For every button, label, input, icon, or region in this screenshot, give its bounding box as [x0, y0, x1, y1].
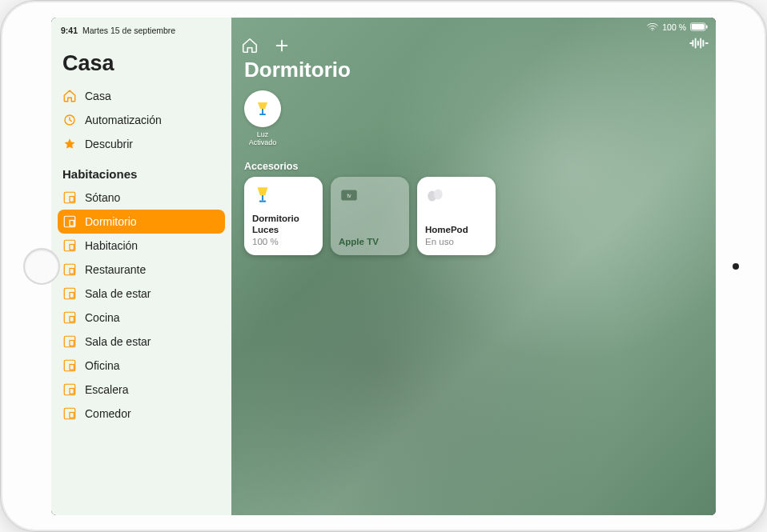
- ipad-frame: 9:41 Martes 15 de septiembre Casa Casa A…: [0, 0, 767, 532]
- svg-rect-14: [70, 340, 74, 346]
- room-icon: [62, 238, 77, 253]
- battery-text: 100 %: [662, 22, 686, 32]
- tile-sub: En uso: [425, 236, 488, 247]
- svg-rect-25: [262, 109, 263, 114]
- room-icon: [62, 190, 77, 205]
- add-icon[interactable]: [273, 37, 291, 54]
- sidebar-room-item[interactable]: Escalera: [51, 378, 231, 402]
- rooms-section-label: Habitaciones: [51, 156, 231, 186]
- light-icon: [252, 185, 273, 206]
- sidebar-room-item[interactable]: Sala de estar: [51, 330, 231, 354]
- room-label: Habitación: [85, 239, 138, 252]
- app-title: Casa: [51, 45, 231, 84]
- sidebar-room-item[interactable]: Cocina: [51, 306, 231, 330]
- sidebar: 9:41 Martes 15 de septiembre Casa Casa A…: [51, 18, 231, 515]
- room-label: Oficina: [85, 359, 120, 372]
- accessory-tile-light[interactable]: Dormitorio Luces100 %: [244, 177, 323, 255]
- screen: 9:41 Martes 15 de septiembre Casa Casa A…: [51, 18, 716, 515]
- home-button[interactable]: [23, 248, 60, 285]
- room-icon: [62, 214, 77, 229]
- sidebar-room-item[interactable]: Habitación: [51, 234, 231, 258]
- room-title: Dormitorio: [231, 56, 716, 90]
- room-label: Restaurante: [85, 263, 146, 276]
- room-label: Escalera: [85, 383, 128, 396]
- status-bar-right: 100 %: [231, 18, 716, 32]
- tile-name: Apple TV: [339, 236, 401, 247]
- room-icon: [62, 262, 77, 277]
- tile-sub: 100 %: [252, 236, 315, 247]
- homepod-icon: [425, 185, 446, 206]
- tile-text: HomePodEn uso: [425, 224, 488, 247]
- room-label: Dormitorio: [85, 215, 137, 228]
- toolbar: [231, 32, 716, 56]
- scene-label: LuzActivado: [249, 130, 277, 147]
- svg-point-32: [434, 190, 443, 200]
- room-icon: [62, 334, 77, 349]
- svg-rect-2: [70, 196, 74, 202]
- tile-name: Dormitorio Luces: [252, 213, 315, 236]
- room-icon: [62, 406, 77, 421]
- svg-text:tv: tv: [347, 193, 351, 198]
- sidebar-room-item[interactable]: Oficina: [51, 354, 231, 378]
- star-icon: [62, 137, 77, 151]
- home-icon[interactable]: [241, 37, 259, 54]
- accessory-tile-appletv[interactable]: tvApple TV: [331, 177, 409, 255]
- svg-rect-12: [70, 316, 74, 322]
- room-label: Sótano: [85, 191, 120, 204]
- room-label: Cocina: [85, 311, 120, 324]
- sidebar-item-discover[interactable]: Descubrir: [51, 132, 231, 156]
- main-content: 100 % Dormitorio: [231, 18, 716, 515]
- wifi-icon: [647, 23, 658, 31]
- svg-rect-20: [70, 412, 74, 418]
- status-date: Martes 15 de septiembre: [82, 26, 175, 35]
- appletv-icon: tv: [339, 185, 359, 206]
- svg-rect-4: [70, 220, 74, 226]
- room-label: Sala de estar: [85, 335, 151, 348]
- status-bar-left: 9:41 Martes 15 de septiembre: [51, 22, 231, 45]
- sidebar-item-label: Casa: [85, 90, 111, 102]
- room-icon: [62, 382, 77, 397]
- sidebar-item-label: Descubrir: [85, 138, 133, 150]
- battery-icon: [690, 22, 708, 31]
- tile-text: Apple TV: [339, 236, 401, 247]
- sidebar-item-home[interactable]: Casa: [51, 84, 231, 108]
- svg-rect-8: [70, 268, 74, 274]
- accessory-tile-homepod[interactable]: HomePodEn uso: [417, 177, 496, 255]
- sidebar-item-label: Automatización: [85, 114, 162, 126]
- svg-rect-26: [259, 114, 266, 115]
- lamp-icon: [253, 99, 272, 118]
- room-label: Sala de estar: [85, 287, 151, 300]
- sidebar-room-item[interactable]: Restaurante: [51, 258, 231, 282]
- scene-button-light[interactable]: LuzActivado: [244, 90, 281, 147]
- sidebar-room-item[interactable]: Comedor: [51, 402, 231, 426]
- svg-rect-10: [70, 292, 74, 298]
- sidebar-room-item[interactable]: Sótano: [51, 186, 231, 210]
- room-icon: [62, 286, 77, 301]
- svg-rect-27: [262, 195, 263, 201]
- svg-point-21: [652, 29, 653, 30]
- sidebar-room-item[interactable]: Sala de estar: [51, 282, 231, 306]
- room-label: Comedor: [85, 407, 131, 420]
- svg-rect-23: [692, 24, 705, 30]
- sidebar-room-item[interactable]: Dormitorio: [58, 210, 225, 234]
- room-icon: [62, 310, 77, 325]
- svg-rect-18: [70, 388, 74, 394]
- status-time: 9:41: [61, 26, 78, 35]
- tile-name: HomePod: [425, 224, 488, 235]
- intercom-icon[interactable]: [689, 37, 706, 54]
- accessories-label: Accesorios: [231, 146, 716, 177]
- home-outline-icon: [62, 89, 77, 103]
- scene-circle: [244, 90, 281, 127]
- room-icon: [62, 358, 77, 373]
- clock-icon: [62, 113, 77, 127]
- tile-text: Dormitorio Luces100 %: [252, 213, 315, 247]
- svg-rect-24: [706, 25, 708, 28]
- front-camera: [733, 263, 739, 270]
- svg-rect-28: [259, 201, 267, 202]
- svg-rect-6: [70, 244, 74, 250]
- sidebar-item-automation[interactable]: Automatización: [51, 108, 231, 132]
- svg-rect-16: [70, 364, 74, 370]
